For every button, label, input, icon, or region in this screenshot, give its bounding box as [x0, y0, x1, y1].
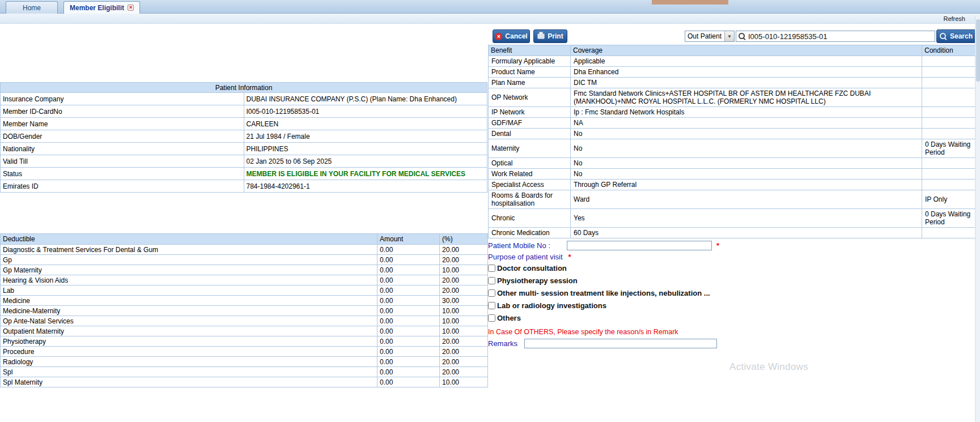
- table-row: Medicine 0.00 30.00: [1, 296, 488, 306]
- purpose-label: Purpose of patient visit: [488, 253, 563, 261]
- table-row: Radiology 0.00 20.00: [1, 357, 488, 367]
- deductible-amount-cell: 0.00: [377, 367, 440, 377]
- coverage-cell: 60 Days: [571, 228, 922, 238]
- table-row: Optical No: [489, 158, 977, 169]
- mobile-label: Patient Mobile No :: [488, 241, 567, 250]
- remarks-row: Remarks: [488, 339, 828, 348]
- deductible-percent-cell: 20.00: [440, 245, 488, 255]
- tab-close-icon[interactable]: ×: [128, 5, 134, 11]
- purpose-option[interactable]: Others: [488, 312, 828, 324]
- table-row: Product Name Dha Enhanced: [489, 67, 977, 78]
- benefit-cell: Product Name: [489, 67, 571, 78]
- table-row: Valid Till 02 Jan 2025 to 06 Sep 2025: [1, 155, 487, 168]
- table-row: Member ID-CardNo I005-010-121958535-01: [1, 105, 487, 118]
- deductible-amount-cell: 0.00: [377, 245, 440, 255]
- row-value: DUBAI INSURANCE COMPANY (P.S.C) (Plan Na…: [244, 93, 487, 105]
- patient-type-select[interactable]: Out Patient ▼: [685, 31, 735, 42]
- row-label: Nationality: [1, 143, 244, 155]
- table-row: Plan Name DIC TM: [489, 78, 977, 88]
- condition-header: Condition: [922, 45, 977, 56]
- condition-cell: [922, 129, 977, 139]
- printer-icon: [537, 33, 545, 39]
- purpose-checkbox[interactable]: [488, 302, 495, 309]
- deductible-percent-cell: 10.00: [440, 265, 488, 275]
- table-row: Medicine-Maternity 0.00 10.00: [1, 306, 488, 316]
- table-row: Spl Maternity 0.00 10.00: [1, 377, 488, 387]
- coverage-cell: No: [571, 139, 922, 158]
- deductible-percent-cell: 20.00: [440, 255, 488, 265]
- vertical-scrollbar[interactable]: [975, 16, 980, 422]
- refresh-link[interactable]: Refresh: [943, 15, 965, 22]
- condition-cell: [922, 67, 977, 78]
- search-button[interactable]: Search: [936, 29, 976, 43]
- row-label: Member Name: [1, 118, 244, 130]
- row-label: Valid Till: [1, 155, 244, 168]
- table-row: Chronic Yes 0 Days Waiting Period: [489, 209, 977, 228]
- row-value: 02 Jan 2025 to 06 Sep 2025: [244, 155, 487, 168]
- tab-member-eligibility[interactable]: Member Eligibilit ×: [63, 1, 140, 14]
- deductible-amount-cell: 0.00: [377, 336, 440, 347]
- table-row: OP Network Fmc Standard Network Clinics+…: [489, 88, 977, 107]
- benefit-cell: Rooms & Boards for hospitalisation: [489, 190, 571, 209]
- deductible-name-cell: Op Ante-Natal Services: [1, 316, 377, 326]
- purpose-checkbox[interactable]: [488, 289, 495, 297]
- benefit-cell: IP Network: [489, 107, 571, 118]
- table-row: Hearing & Vision Aids 0.00 20.00: [1, 275, 488, 285]
- tab-bar: Home Member Eligibilit ×: [0, 0, 980, 14]
- deductible-name-cell: Spl Maternity: [1, 377, 377, 387]
- row-value: 784-1984-4202961-1: [244, 180, 487, 193]
- deductible-amount-cell: 0.00: [377, 306, 440, 316]
- table-row: Chronic Medication 60 Days: [489, 228, 977, 238]
- deductible-percent-cell: 10.00: [440, 377, 488, 387]
- benefit-cell: Optical: [489, 158, 571, 169]
- deductible-amount-cell: 0.00: [377, 285, 440, 296]
- deductible-name-cell: Medicine-Maternity: [1, 306, 377, 316]
- print-button[interactable]: Print: [533, 29, 567, 43]
- purpose-option[interactable]: Other multi- session treatment like inje…: [488, 287, 828, 299]
- benefit-cell: OP Network: [489, 88, 571, 107]
- mobile-input[interactable]: [567, 241, 712, 250]
- deductible-name-cell: Lab: [1, 285, 377, 296]
- status-value: MEMBER IS ELIGIBLE IN YOUR FACILITY FOR …: [244, 168, 487, 180]
- deductible-name-cell: Medicine: [1, 296, 377, 306]
- search-input[interactable]: [748, 32, 932, 41]
- deductible-table: Deductible Amount (%) Diagnostic & Treat…: [0, 233, 488, 387]
- table-row: Specialist Access Through GP Referral: [489, 180, 977, 190]
- coverage-cell: Fmc Standard Network Clinics+ASTER HOSPI…: [571, 88, 922, 107]
- deductible-name-cell: Radiology: [1, 357, 377, 367]
- purpose-option[interactable]: Physiotherapy session: [488, 274, 828, 287]
- chevron-down-icon: ▼: [724, 31, 734, 41]
- scrollbar-thumb[interactable]: [976, 19, 980, 82]
- patient-info-header: Patient Information: [1, 83, 487, 93]
- deductible-amount-cell: 0.00: [377, 326, 440, 336]
- table-row: Status MEMBER IS ELIGIBLE IN YOUR FACILI…: [1, 168, 487, 180]
- toolbar: × Cancel Print Out Patient ▼ Search: [488, 29, 976, 44]
- purpose-option[interactable]: Doctor consultation: [488, 262, 828, 274]
- row-label: Status: [1, 168, 244, 180]
- screen-artifact: [652, 0, 728, 5]
- purpose-option[interactable]: Lab or radiology investigations: [488, 299, 828, 312]
- table-row: Dental No: [489, 129, 977, 139]
- condition-cell: [922, 88, 977, 107]
- purpose-checkbox[interactable]: [488, 265, 495, 272]
- condition-cell: [922, 78, 977, 88]
- deductible-header: Deductible: [1, 234, 377, 245]
- condition-cell: [922, 158, 977, 169]
- deductible-percent-cell: 10.00: [440, 306, 488, 316]
- remarks-input[interactable]: [524, 339, 717, 348]
- deductible-percent-cell: 30.00: [440, 296, 488, 306]
- purpose-checkbox[interactable]: [488, 314, 495, 322]
- others-note: In Case Of OTHERS, Please specify the re…: [488, 328, 828, 338]
- tab-home[interactable]: Home: [6, 1, 58, 14]
- coverage-cell: Dha Enhanced: [571, 67, 922, 78]
- deductible-amount-cell: 0.00: [377, 296, 440, 306]
- deductible-name-cell: Gp Maternity: [1, 265, 377, 275]
- benefit-cell: Chronic Medication: [489, 228, 571, 238]
- condition-cell: [922, 56, 977, 67]
- benefit-cell: Dental: [489, 129, 571, 139]
- purpose-checkbox[interactable]: [488, 277, 495, 284]
- member-eligibility-screen: Home Member Eligibilit × Refresh Patient…: [0, 0, 980, 422]
- cancel-button[interactable]: × Cancel: [493, 29, 530, 43]
- benefit-cell: Maternity: [489, 139, 571, 158]
- deductible-percent-cell: 20.00: [440, 357, 488, 367]
